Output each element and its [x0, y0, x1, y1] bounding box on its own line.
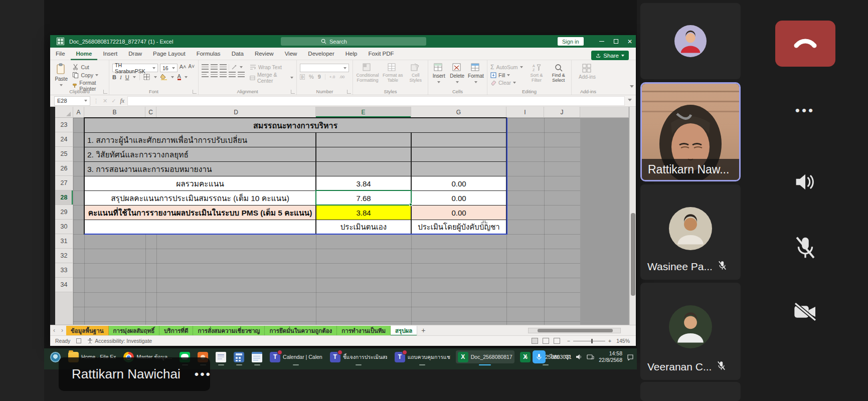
column-header-A[interactable]: A	[73, 107, 84, 118]
taskbar-item-9[interactable]: Tชี้แจงการประเมินสม	[328, 350, 389, 363]
participant-tile-veerananc[interactable]: Veeranan C...	[640, 283, 741, 380]
page-break-view-icon[interactable]	[554, 338, 560, 344]
cell-E25[interactable]	[316, 147, 411, 162]
row-header-23[interactable]: 23	[55, 118, 73, 132]
cell-E26[interactable]	[316, 161, 411, 176]
cell-G25[interactable]	[411, 147, 506, 162]
cancel-entry-icon[interactable]: ✕	[103, 98, 107, 104]
cell-E28[interactable]: 7.68	[316, 190, 411, 206]
cell-B29[interactable]: คะแนนที่ใช้ในการรายงานผลประเมินในระบบ PM…	[84, 205, 316, 220]
volume-icon[interactable]	[576, 354, 582, 360]
align-top-icon[interactable]	[202, 64, 209, 70]
cell-B27[interactable]: ผลรวมคะแนน	[84, 176, 316, 191]
paste-button[interactable]: Paste	[53, 62, 69, 88]
screen-share-tray-icon[interactable]	[587, 354, 594, 360]
accessibility-status[interactable]: Accessibility: Investigate	[95, 338, 152, 344]
insert-cells-button[interactable]: Insert	[431, 62, 446, 88]
cell-G30[interactable]: ประเมินโดยผู้บังคับบัญชา	[411, 220, 506, 235]
zoom-in-icon[interactable]: +	[608, 338, 611, 344]
tray-language[interactable]: ไทย	[550, 352, 560, 361]
participant-tile-rattikarnnaw[interactable]: Rattikarn Naw...	[640, 82, 741, 181]
row-header-31[interactable]: 31	[55, 234, 73, 249]
taskbar-item-7[interactable]	[250, 350, 264, 363]
borders-button[interactable]	[143, 74, 150, 80]
normal-view-icon[interactable]	[532, 338, 538, 344]
menu-tab-page-layout[interactable]: Page Layout	[147, 48, 191, 60]
camera-off-button[interactable]	[793, 302, 818, 322]
close-button[interactable]: ✕	[622, 35, 637, 48]
presenter-more-icon[interactable]: •••	[195, 367, 212, 381]
cell-B23-merged[interactable]: สมรรถนะทางการบริหาร	[84, 118, 506, 133]
sheet-tab-5[interactable]: การทำงานเป็นทีม	[337, 326, 391, 336]
cell-E30[interactable]: ประเมินตนเอง	[316, 220, 411, 235]
hang-up-button[interactable]	[775, 21, 835, 67]
sheet-tab-0[interactable]: ข้อมูลพื้นฐาน	[66, 326, 109, 336]
macro-record-icon[interactable]	[76, 338, 81, 343]
wifi-icon[interactable]	[564, 354, 571, 360]
number-dialog-launcher[interactable]	[347, 90, 351, 94]
clear-icon[interactable]	[490, 80, 496, 86]
menu-tab-foxit-pdf[interactable]: Foxit PDF	[363, 48, 399, 60]
column-header-I[interactable]: I	[506, 107, 544, 118]
column-header-J[interactable]: J	[544, 107, 580, 118]
sheet-tab-2[interactable]: บริการที่ดี	[159, 326, 193, 336]
taskbar-item-10[interactable]: Tแถบควบคุมการแช	[393, 350, 452, 363]
align-left-icon[interactable]	[202, 72, 209, 77]
merge-center-icon[interactable]	[250, 75, 255, 81]
cell-B24[interactable]: 1. สภาวะผู้นำและศักยภาพเพื่อนำการปรับเปล…	[84, 132, 316, 147]
restore-button[interactable]	[608, 35, 623, 48]
vertical-scrollbar-thumb[interactable]	[631, 213, 635, 296]
menu-tab-review[interactable]: Review	[249, 48, 279, 60]
clipboard-dialog-launcher[interactable]	[103, 90, 107, 94]
column-header-G[interactable]: G	[411, 107, 506, 118]
formula-input[interactable]	[127, 96, 625, 106]
column-header-E[interactable]: E	[316, 107, 411, 118]
cell-B26[interactable]: 3. การสอนงานและการมอบหมายงาน	[84, 161, 316, 176]
tray-chevron-up-icon[interactable]: ˄	[525, 354, 528, 360]
new-sheet-button[interactable]: +	[417, 326, 429, 334]
worksheet-grid[interactable]: ABCDEGIJ232425262728293031323334สมรรถนะท…	[50, 107, 636, 325]
zoom-level[interactable]: 145%	[616, 338, 630, 344]
menu-tab-insert[interactable]: Insert	[97, 48, 123, 60]
menu-tab-view[interactable]: View	[279, 48, 303, 60]
cell-G28[interactable]: 0.00	[411, 190, 506, 206]
cell-B25[interactable]: 2. วิสัยทัศน์และการวางกลยุทธ์	[84, 147, 316, 162]
sheet-tab-6[interactable]: สรุปผล	[391, 326, 417, 336]
sheet-nav-right-icon[interactable]: ›	[58, 327, 66, 334]
row-header-34[interactable]: 34	[55, 278, 73, 292]
sheet-tab-4[interactable]: การยึดมั่นในความถูกต้อง	[265, 326, 337, 336]
underline-button[interactable]: U	[125, 74, 129, 80]
fill-color-button[interactable]	[160, 74, 167, 80]
percent-style-icon[interactable]: %	[309, 74, 314, 80]
vertical-scrollbar[interactable]	[629, 107, 636, 325]
find-select-button[interactable]: Find & Select	[549, 62, 568, 88]
column-header-C[interactable]: C	[145, 107, 156, 118]
horizontal-scrollbar-thumb[interactable]	[538, 329, 613, 332]
decrease-indent-icon[interactable]	[229, 72, 236, 77]
delete-cells-button[interactable]: Delete	[449, 62, 464, 88]
conditional-formatting-button[interactable]: Conditional Formatting	[356, 62, 379, 88]
sheet-tab-1[interactable]: การมุ่งผลสัมฤทธิ์	[109, 326, 160, 336]
format-as-table-button[interactable]: Format as Table	[382, 62, 403, 88]
tray-mic-button[interactable]	[533, 350, 546, 363]
select-all-corner[interactable]	[55, 107, 73, 118]
cell-B30[interactable]	[84, 220, 316, 235]
cell-G29[interactable]: 0.00	[411, 205, 506, 220]
menu-tab-file[interactable]: File	[50, 48, 71, 60]
share-button[interactable]: Share	[591, 51, 629, 60]
copy-button[interactable]: Copy	[72, 72, 106, 78]
more-options-button[interactable]: •••	[795, 103, 815, 118]
align-bottom-icon[interactable]	[220, 64, 227, 70]
horizontal-scrollbar[interactable]	[528, 328, 621, 333]
number-format-select[interactable]	[300, 64, 349, 72]
search-box[interactable]: Search	[281, 37, 426, 46]
sort-filter-button[interactable]: AZ Sort & Filter	[528, 62, 546, 88]
row-header-25[interactable]: 25	[55, 147, 73, 161]
row-header-24[interactable]: 24	[55, 132, 73, 147]
alignment-dialog-launcher[interactable]	[291, 90, 295, 94]
taskbar-item-5[interactable]	[214, 350, 228, 363]
menu-tab-draw[interactable]: Draw	[123, 48, 147, 60]
orientation-icon[interactable]	[231, 64, 238, 70]
mic-muted-button[interactable]	[794, 236, 816, 260]
collapse-ribbon-chevron[interactable]	[630, 88, 634, 94]
